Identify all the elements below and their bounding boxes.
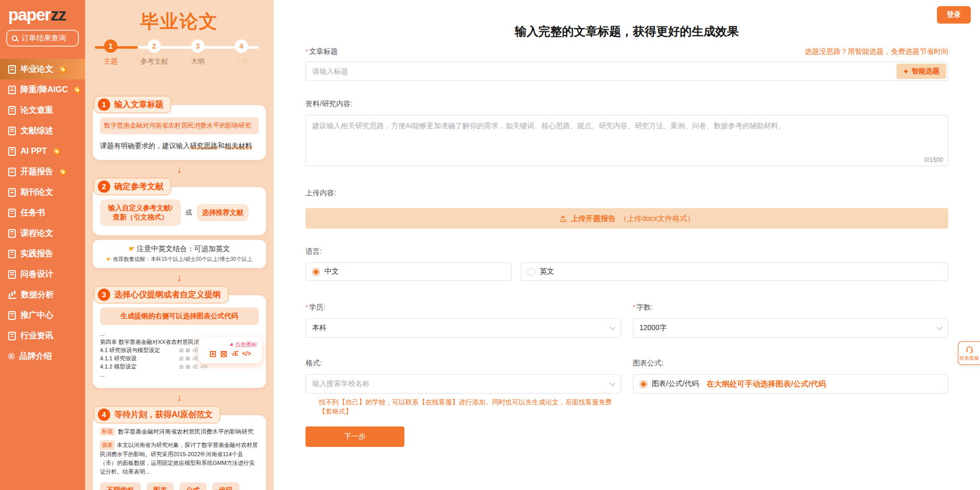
upload-proposal-button[interactable]: 上传开题报告 （上传docx文件格式） — [305, 208, 948, 229]
logo: paperzz — [0, 0, 85, 25]
sidebar-item-label: AI PPT — [21, 147, 47, 156]
upload-button-label: 上传开题报告 — [571, 214, 616, 223]
step3-header: 3 选择心仪提纲或者自定义提纲 — [94, 286, 229, 303]
chart-column: 图表公式: 图表/公式/代码 在大纲处可手动选择图表/公式/代码 — [633, 358, 949, 416]
down-arrow-icon: ↓ — [93, 392, 266, 403]
char-counter: 0/1500 — [924, 156, 943, 164]
sidebar-item-literature-review[interactable]: 文献综述 — [0, 120, 85, 141]
language-option-english[interactable]: 英文 — [521, 262, 948, 281]
title-input-wrap: ✦智能选题 — [305, 62, 948, 81]
industry-news-icon — [8, 332, 16, 340]
sidebar-item-practice-report[interactable]: 实践报告 — [0, 243, 85, 264]
words-field-label: *字数: — [633, 303, 653, 311]
code-icon: </> — [242, 349, 251, 358]
outline-row: 4.1.2 模型设定 ⊞⊠√E</> — [100, 362, 259, 371]
sidebar-item-promotion-center[interactable]: 推广中心 — [0, 305, 85, 325]
practice-report-icon — [8, 250, 16, 258]
chevron-down-icon — [936, 324, 942, 330]
smart-topic-label: 智能选题 — [912, 67, 940, 76]
formula-icon: √E — [192, 355, 198, 362]
degree-select[interactable]: 本科 — [305, 318, 621, 338]
research-textarea[interactable] — [305, 115, 948, 166]
fire-icon — [73, 86, 82, 94]
login-button[interactable]: 登录 — [937, 6, 971, 24]
or-label: 或 — [186, 208, 192, 217]
click-icon-hint: 点击图标 — [231, 340, 257, 349]
step-label-references: 参考文献 — [134, 57, 175, 66]
formula-icon: √E — [192, 363, 198, 371]
table-icon: ⊞ — [209, 350, 216, 358]
step-node-3: 3 — [191, 39, 205, 53]
guide-step-3: 3 选择心仪提纲或者自定义提纲 生成提纲的右侧可以选择图表公式代码 ... 第四… — [93, 286, 266, 388]
title-field-label: *文章标题 — [305, 47, 338, 56]
sidebar-item-label: 论文查重 — [21, 105, 53, 116]
sidebar-item-label: 课程论文 — [21, 228, 53, 239]
ai-ppt-icon — [8, 147, 16, 156]
language-field-label: 语言: — [305, 247, 948, 256]
school-format-select[interactable]: 输入搜索学校名称 — [305, 374, 621, 394]
example-title: 数字普惠金融对河南省农村居民消费水平的影响研究 — [100, 117, 259, 134]
note-text: 注意中英文结合：可追加英文 — [137, 244, 230, 253]
language-option-chinese[interactable]: 中文 — [305, 262, 512, 281]
radio-selected-icon — [312, 268, 320, 276]
upload-format-note: （上传docx文件格式） — [620, 214, 695, 223]
sidebar-item-label: 问卷设计 — [21, 269, 53, 280]
smart-topic-button[interactable]: ✦智能选题 — [896, 64, 946, 79]
sidebar-item-ai-ppt[interactable]: AI PPT — [0, 141, 85, 161]
chart-option-label: 图表/公式/代码 — [652, 379, 699, 389]
upload-icon — [559, 215, 567, 222]
outline-text: 4.1 研究假设与模型设定 — [100, 346, 160, 355]
chart-formula-option[interactable]: 图表/公式/代码 在大纲处可手动选择图表/公式/代码 — [633, 374, 949, 394]
sidebar-item-proposal-report[interactable]: 开题报告 — [0, 161, 85, 182]
sidebar-item-reduce-aigc[interactable]: 降重/降AIGC — [0, 79, 85, 100]
sidebar-item-industry-news[interactable]: 行业资讯 — [0, 325, 85, 346]
sidebar-item-brand-intro[interactable]: ® 品牌介绍 — [0, 346, 85, 366]
next-step-button[interactable]: 下一步 — [305, 426, 404, 447]
required-asterisk: * — [305, 303, 308, 311]
outline-row: ... — [100, 371, 259, 379]
customer-service-button[interactable]: 联系客服 — [958, 341, 980, 365]
step4-card: 标题 数字普惠金融对河南省农村居民消费水平的影响研究 摘要本文以河南省为研究对象… — [93, 415, 266, 490]
note-text: 推荐数量提醒：本科15个以上/硕士20个以上/博士30个以上 — [113, 256, 252, 262]
tag-code: 代码 — [212, 482, 239, 490]
title-tag: 标题 — [100, 427, 115, 436]
stepper: 1 2 3 4 主题 参考文献 大纲 下载 — [93, 38, 266, 68]
sidebar-item-task-book[interactable]: 任务书 — [0, 202, 85, 223]
sidebar-item-course-paper[interactable]: 课程论文 — [0, 223, 85, 243]
step1-tip: 课题有明确要求的，建议输入研究思路和相关材料 — [100, 141, 259, 151]
tip-highlight: 相关材料 — [224, 142, 252, 150]
sidebar-item-data-analysis[interactable]: 数据分析 — [0, 284, 85, 305]
sidebar-item-label: 开题报告 — [21, 167, 53, 177]
sidebar-item-plagiarism-check[interactable]: 论文查重 — [0, 100, 85, 120]
down-arrow-icon: ↓ — [93, 164, 266, 175]
result-title-line: 标题 数字普惠金融对河南省农村居民消费水平的影响研究 — [100, 427, 259, 436]
research-textarea-wrap: 0/1500 — [305, 115, 948, 168]
required-asterisk: * — [633, 303, 636, 311]
tag-charts: 图表 — [147, 482, 174, 490]
plagiarism-check-icon — [8, 106, 16, 115]
step-label-download: 下载 — [221, 57, 262, 66]
table-icon: ⊞ — [179, 355, 183, 362]
outline-text: 4.1.2 模型设定 — [100, 362, 137, 371]
title-input[interactable] — [305, 62, 948, 81]
icon-tooltip: 点击图标 ⊞ ⊠ √E </> — [198, 337, 262, 363]
fire-icon — [59, 168, 68, 176]
language-chinese-label: 中文 — [324, 267, 339, 276]
sidebar-item-label: 数据分析 — [21, 290, 54, 300]
sidebar-item-journal-paper[interactable]: 期刊论文 — [0, 182, 85, 202]
word-count-select[interactable]: 12000字 — [633, 318, 949, 338]
abstract-text: 本文以河南省为研究对象，探讨了数字普惠金融对农村居民消费水平的影响。研究采用20… — [100, 442, 258, 474]
order-search-button[interactable]: 订单结果查询 — [6, 30, 79, 47]
research-field-label: 资料/研究内容: — [305, 99, 948, 109]
sidebar-item-label: 降重/降AIGC — [21, 85, 68, 95]
sidebar-item-label: 期刊论文 — [21, 187, 53, 198]
sidebar-item-questionnaire[interactable]: 问卷设计 — [0, 264, 85, 284]
language-english-label: 英文 — [540, 267, 554, 276]
fire-icon — [59, 65, 68, 74]
step3-badge: 3 — [98, 289, 110, 301]
guide-step-1: 1 输入文章标题 数字普惠金融对河南省农村居民消费水平的影响研究 课题有明确要求… — [93, 96, 266, 160]
table-icon: ⊞ — [179, 346, 183, 354]
required-asterisk: * — [305, 48, 308, 55]
smart-topic-hint-link[interactable]: 选题没思路？用智能选题，免费选题节省时间 — [805, 47, 948, 56]
sidebar-item-thesis[interactable]: 毕业论文 — [0, 59, 85, 79]
